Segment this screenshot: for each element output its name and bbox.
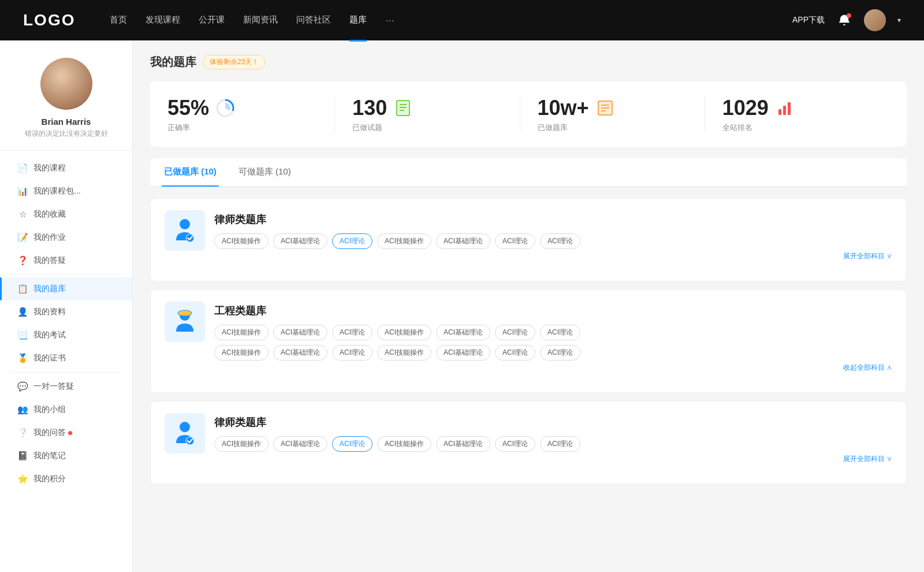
- bar-chart-icon: [776, 99, 794, 117]
- tag-2r2-3[interactable]: ACI技能操作: [377, 345, 431, 361]
- sidebar-item-label-qbank: 我的题库: [33, 284, 66, 294]
- user-menu-chevron[interactable]: ▾: [897, 16, 901, 24]
- sidebar-item-label-notes: 我的笔记: [33, 451, 66, 461]
- course-icon: 📄: [17, 163, 28, 173]
- user-avatar[interactable]: [864, 9, 886, 31]
- profile-icon: 👤: [17, 307, 28, 317]
- svg-rect-13: [778, 109, 781, 115]
- nav-qa[interactable]: 问答社区: [296, 14, 331, 27]
- stat-accuracy-value: 55%: [167, 95, 209, 120]
- myqa-icon: ❔: [17, 428, 28, 438]
- sidebar-item-label-course-package: 我的课程包...: [33, 186, 81, 196]
- tag-2r2-1[interactable]: ACI基础理论: [273, 345, 327, 361]
- tag-2-2[interactable]: ACI理论: [332, 325, 372, 340]
- sidebar-item-notes[interactable]: 📓 我的笔记: [0, 444, 132, 467]
- tag-1-2[interactable]: ACI理论: [332, 233, 372, 249]
- tabs-row: 已做题库 (10) 可做题库 (10): [150, 158, 907, 187]
- sidebar-item-points[interactable]: ⭐ 我的积分: [0, 467, 132, 491]
- sidebar-motto: 错误的决定比没有决定要好: [25, 129, 108, 139]
- expand-btn-3[interactable]: 展开全部科目 ∨: [214, 454, 892, 464]
- qbank-icon-lawyer-1: [165, 210, 205, 251]
- sidebar-item-exam[interactable]: 📃 我的考试: [0, 324, 132, 347]
- qbank-list: 律师类题库 ACI技能操作 ACI基础理论 ACI理论 ACI技能操作 ACI基…: [150, 198, 907, 492]
- stat-accuracy-icon: [215, 98, 236, 118]
- tag-1-0[interactable]: ACI技能操作: [214, 233, 269, 249]
- tag-3-0[interactable]: ACI技能操作: [214, 436, 269, 452]
- stat-done-questions-icon: [393, 98, 413, 118]
- nav-opencourse[interactable]: 公开课: [199, 14, 225, 27]
- main-content: 我的题库 体验剩余23天！ 55% 正确: [133, 40, 924, 572]
- sidebar-item-label-exam: 我的考试: [33, 330, 66, 340]
- main-layout: Brian Harris 错误的决定比没有决定要好 📄 我的课程 📊 我的课程包…: [0, 40, 924, 572]
- sidebar-item-1v1[interactable]: 💬 一对一答疑: [0, 375, 132, 398]
- nav-discover[interactable]: 发现课程: [146, 14, 180, 27]
- sidebar-item-qbank[interactable]: 📋 我的题库: [0, 277, 132, 300]
- app-download-button[interactable]: APP下载: [792, 15, 825, 25]
- group-icon: 👥: [17, 404, 28, 415]
- tab-available-banks[interactable]: 可做题库 (10): [236, 158, 293, 187]
- stat-ranking-value: 1029: [722, 95, 769, 120]
- sidebar-item-my-questions[interactable]: ❓ 我的答疑: [0, 249, 132, 272]
- tag-3-1[interactable]: ACI基础理论: [273, 436, 327, 452]
- tag-2-4[interactable]: ACI基础理论: [436, 325, 490, 340]
- qbank-header-2: 工程类题库 ACI技能操作 ACI基础理论 ACI理论 ACI技能操作 ACI基…: [165, 302, 892, 373]
- tag-2-5[interactable]: ACI理论: [495, 325, 535, 340]
- tag-3-5[interactable]: ACI理论: [495, 436, 535, 452]
- tag-2-1[interactable]: ACI基础理论: [273, 325, 327, 340]
- qbank-title-1: 律师类题库: [214, 210, 892, 226]
- sidebar-item-group[interactable]: 👥 我的小组: [0, 398, 132, 421]
- tag-2r2-4[interactable]: ACI基础理论: [436, 345, 490, 361]
- cert-icon: 🏅: [17, 353, 28, 363]
- sidebar-item-favorites[interactable]: ☆ 我的收藏: [0, 203, 132, 226]
- tag-3-4[interactable]: ACI基础理论: [436, 436, 490, 452]
- homework-icon: 📝: [17, 232, 28, 243]
- tag-2r2-2[interactable]: ACI理论: [332, 345, 372, 361]
- nav-news[interactable]: 新闻资讯: [243, 14, 278, 27]
- tag-3-3[interactable]: ACI技能操作: [377, 436, 431, 452]
- tab-done-banks[interactable]: 已做题库 (10): [162, 158, 219, 187]
- notification-bell[interactable]: [836, 12, 852, 28]
- avatar-inner: [40, 58, 92, 110]
- nav-more[interactable]: ···: [385, 14, 394, 27]
- tag-1-4[interactable]: ACI基础理论: [436, 233, 490, 249]
- sidebar-item-myqa[interactable]: ❔ 我的问答: [0, 421, 132, 444]
- stats-card: 55% 正确率 130: [150, 81, 907, 147]
- stat-accuracy-row: 55%: [167, 95, 236, 120]
- sidebar-item-homework[interactable]: 📝 我的作业: [0, 226, 132, 249]
- sidebar-divider-2: [12, 372, 121, 373]
- tag-2r2-0[interactable]: ACI技能操作: [214, 345, 269, 361]
- tag-2-0[interactable]: ACI技能操作: [214, 325, 269, 340]
- expand-btn-1[interactable]: 展开全部科目 ∨: [214, 251, 892, 261]
- sidebar-item-label-group: 我的小组: [33, 404, 66, 415]
- tag-3-6[interactable]: ACI理论: [540, 436, 580, 452]
- nav-qbank[interactable]: 题库: [349, 14, 367, 27]
- navbar: LOGO 首页 发现课程 公开课 新闻资讯 问答社区 题库 ··· APP下载 …: [0, 0, 924, 40]
- expand-btn-2[interactable]: 收起全部科目 ∧: [214, 363, 892, 373]
- tag-2-6[interactable]: ACI理论: [540, 325, 580, 340]
- qbank-tags-2-row2: ACI技能操作 ACI基础理论 ACI理论 ACI技能操作 ACI基础理论 AC…: [214, 345, 892, 361]
- tag-3-2[interactable]: ACI理论: [332, 436, 372, 452]
- lawyer-icon-svg: [170, 216, 199, 245]
- qbank-tags-3: ACI技能操作 ACI基础理论 ACI理论 ACI技能操作 ACI基础理论 AC…: [214, 436, 892, 452]
- nav-home[interactable]: 首页: [110, 14, 127, 27]
- tag-2r2-5[interactable]: ACI理论: [495, 345, 535, 361]
- question-icon: ❓: [17, 255, 28, 266]
- trial-badge: 体验剩余23天！: [203, 55, 265, 69]
- sidebar-item-cert[interactable]: 🏅 我的证书: [0, 347, 132, 370]
- tag-2-3[interactable]: ACI技能操作: [377, 325, 431, 340]
- sidebar-item-my-course[interactable]: 📄 我的课程: [0, 157, 132, 180]
- nav-links: 首页 发现课程 公开课 新闻资讯 问答社区 题库 ···: [110, 14, 792, 27]
- tag-1-1[interactable]: ACI基础理论: [273, 233, 327, 249]
- sidebar-item-profile[interactable]: 👤 我的资料: [0, 300, 132, 324]
- qbank-card-lawyer-2: 律师类题库 ACI技能操作 ACI基础理论 ACI理论 ACI技能操作 ACI基…: [150, 401, 907, 484]
- stat-done-banks-icon: [595, 98, 616, 118]
- myqa-notification-dot: [68, 431, 72, 435]
- sidebar-item-label-favorites: 我的收藏: [33, 209, 66, 220]
- sidebar-divider-1: [12, 274, 121, 275]
- sidebar-item-course-package[interactable]: 📊 我的课程包...: [0, 180, 132, 203]
- tag-1-6[interactable]: ACI理论: [540, 233, 580, 249]
- tag-2r2-6[interactable]: ACI理论: [540, 345, 580, 361]
- navbar-right: APP下载 ▾: [792, 9, 901, 31]
- tag-1-3[interactable]: ACI技能操作: [377, 233, 431, 249]
- tag-1-5[interactable]: ACI理论: [495, 233, 535, 249]
